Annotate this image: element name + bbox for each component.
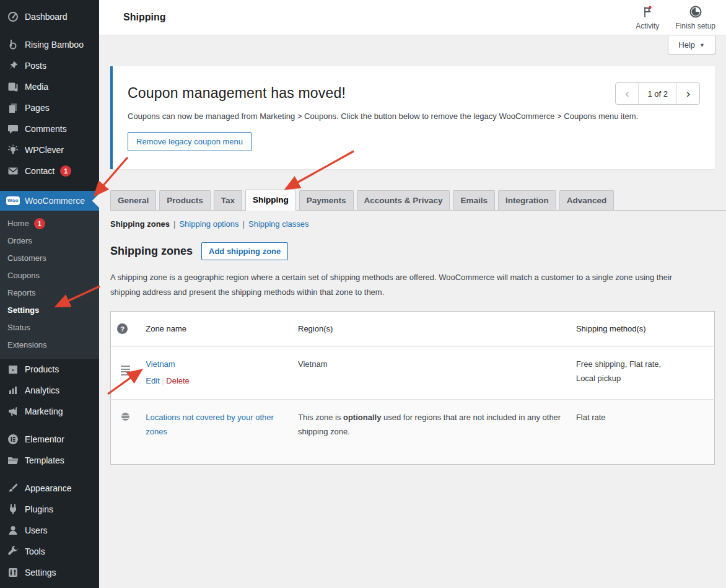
- tab-general[interactable]: General: [110, 190, 156, 210]
- comment-bubble-icon: [7, 123, 19, 135]
- products-box-icon: [7, 363, 19, 375]
- shipping-zones-description: A shipping zone is a geographic region w…: [110, 270, 704, 300]
- sidebar-item-elementor[interactable]: Elementor: [0, 429, 99, 450]
- sidebar-item-rising-bamboo[interactable]: Rising Bamboo: [0, 34, 99, 55]
- finish-setup-button[interactable]: Finish setup: [675, 5, 715, 30]
- tab-advanced[interactable]: Advanced: [559, 190, 614, 210]
- help-tip-icon[interactable]: ?: [117, 323, 128, 334]
- submenu-item-coupons[interactable]: Coupons: [0, 267, 99, 284]
- notice-title: Coupon management has moved!: [128, 85, 700, 102]
- elementor-icon: [7, 433, 19, 445]
- submenu-item-status[interactable]: Status: [0, 319, 99, 336]
- column-header-zone-name: Zone name: [139, 312, 292, 346]
- help-dropdown-button[interactable]: Help ▼: [668, 35, 715, 55]
- tab-products[interactable]: Products: [159, 190, 211, 210]
- sidebar-item-label: Pages: [25, 103, 50, 113]
- column-header-shipping-methods: Shipping method(s): [570, 312, 715, 346]
- subnav-shipping-classes[interactable]: Shipping classes: [248, 219, 309, 229]
- media-icon: [7, 81, 19, 93]
- submenu-item-customers[interactable]: Customers: [0, 250, 99, 267]
- sidebar-item-woocommerce[interactable]: Woo WooCommerce: [0, 191, 99, 211]
- sidebar-item-label: Tools: [25, 546, 45, 556]
- contact-count-badge: 1: [60, 165, 71, 177]
- sidebar-item-products[interactable]: Products: [0, 359, 99, 380]
- sidebar-item-label: Users: [25, 525, 48, 535]
- sidebar-item-comments[interactable]: Comments: [0, 118, 99, 139]
- chevron-right-icon: ›: [686, 87, 690, 100]
- sidebar-item-settings[interactable]: Settings: [0, 562, 99, 583]
- tab-emails[interactable]: Emails: [453, 190, 495, 210]
- sidebar-item-users[interactable]: Users: [0, 520, 99, 541]
- sidebar-item-label: Posts: [25, 61, 46, 71]
- sidebar-item-contact[interactable]: Contact 1: [0, 160, 99, 182]
- notice-body: Coupons can now be managed from Marketin…: [128, 112, 700, 121]
- sidebar-item-wpclever[interactable]: WPClever: [0, 139, 99, 160]
- sidebar-item-label: Templates: [25, 455, 64, 465]
- subnav-shipping-options[interactable]: Shipping options: [179, 219, 238, 229]
- pushpin-icon: [7, 59, 19, 72]
- sidebar-item-label: Appearance: [25, 483, 72, 493]
- lightbulb-icon: [7, 144, 19, 156]
- table-row-vietnam: Vietnam Edit | Delete Vietnam Free shipp…: [111, 346, 715, 400]
- pagination-prev-button[interactable]: ‹: [616, 82, 638, 105]
- tab-payments[interactable]: Payments: [299, 190, 354, 210]
- column-header-regions: Region(s): [292, 312, 570, 346]
- remove-legacy-coupon-menu-button[interactable]: Remove legacy coupon menu: [128, 132, 251, 151]
- zone-name-link[interactable]: Locations not covered by your other zone…: [146, 410, 274, 439]
- activity-flag-icon: [641, 5, 654, 20]
- drag-handle-icon[interactable]: [121, 362, 130, 375]
- submenu-item-reports[interactable]: Reports: [0, 284, 99, 302]
- sidebar-item-dashboard[interactable]: Dashboard: [0, 6, 99, 27]
- sidebar-item-tools[interactable]: Tools: [0, 541, 99, 562]
- woocommerce-logo-icon: Woo: [7, 195, 19, 207]
- zone-methods-value: Free shipping, Flat rate, Local pickup: [570, 346, 715, 400]
- sidebar-item-label: WPClever: [25, 145, 64, 155]
- zone-name-link[interactable]: Vietnam: [146, 357, 175, 371]
- sidebar-item-label: Products: [25, 364, 59, 374]
- tab-integration[interactable]: Integration: [498, 190, 556, 210]
- sidebar-item-templates[interactable]: Templates: [0, 450, 99, 471]
- subnav-shipping-zones[interactable]: Shipping zones: [110, 219, 170, 229]
- pages-icon: [7, 102, 19, 114]
- bar-chart-icon: [7, 384, 19, 397]
- edit-zone-link[interactable]: Edit: [146, 376, 159, 385]
- woocommerce-submenu: Home 1 Orders Customers Coupons Reports …: [0, 211, 99, 359]
- coupon-moved-notice: Coupon management has moved! Coupons can…: [110, 66, 715, 169]
- notice-pagination: ‹ 1 of 2 ›: [615, 82, 700, 105]
- submenu-item-settings[interactable]: Settings: [0, 302, 99, 319]
- sidebar-item-plugins[interactable]: Plugins: [0, 499, 99, 520]
- envelope-icon: [7, 165, 19, 177]
- table-header-row: ? Zone name Region(s) Shipping method(s): [111, 312, 715, 346]
- sidebar-item-posts[interactable]: Posts: [0, 55, 99, 76]
- paintbrush-icon: [7, 482, 19, 494]
- tab-accounts-privacy[interactable]: Accounts & Privacy: [357, 190, 450, 210]
- sidebar-item-appearance[interactable]: Appearance: [0, 478, 99, 499]
- sidebar-item-label: Analytics: [25, 385, 59, 395]
- submenu-item-home[interactable]: Home 1: [0, 215, 99, 232]
- sidebar-item-media[interactable]: Media: [0, 76, 99, 97]
- user-icon: [7, 524, 19, 537]
- sidebar-item-label: WooCommerce: [25, 196, 85, 206]
- sidebar-item-label: Plugins: [25, 504, 53, 514]
- sidebar-item-label: Elementor: [25, 434, 64, 444]
- activity-button[interactable]: Activity: [636, 5, 659, 30]
- dashboard-icon: [7, 11, 19, 23]
- add-shipping-zone-button[interactable]: Add shipping zone: [201, 242, 288, 260]
- sidebar-item-pages[interactable]: Pages: [0, 97, 99, 118]
- wrench-icon: [7, 545, 19, 558]
- submenu-item-orders[interactable]: Orders: [0, 232, 99, 250]
- zone-methods-value: Flat rate: [570, 399, 715, 464]
- pagination-next-button[interactable]: ›: [677, 82, 699, 105]
- sidebar-item-marketing[interactable]: Marketing: [0, 401, 99, 422]
- settings-sliders-icon: [7, 566, 19, 579]
- tab-tax[interactable]: Tax: [214, 190, 242, 210]
- sidebar-item-label: Comments: [25, 124, 67, 134]
- shipping-subnav: Shipping zones | Shipping options | Ship…: [110, 219, 715, 229]
- delete-zone-link[interactable]: Delete: [166, 376, 190, 385]
- rising-bamboo-icon: [7, 38, 19, 51]
- sidebar-item-analytics[interactable]: Analytics: [0, 380, 99, 401]
- submenu-item-extensions[interactable]: Extensions: [0, 336, 99, 354]
- finish-setup-progress-icon: [689, 5, 702, 20]
- shipping-zones-table: ? Zone name Region(s) Shipping method(s)…: [110, 311, 715, 465]
- tab-shipping[interactable]: Shipping: [245, 190, 296, 211]
